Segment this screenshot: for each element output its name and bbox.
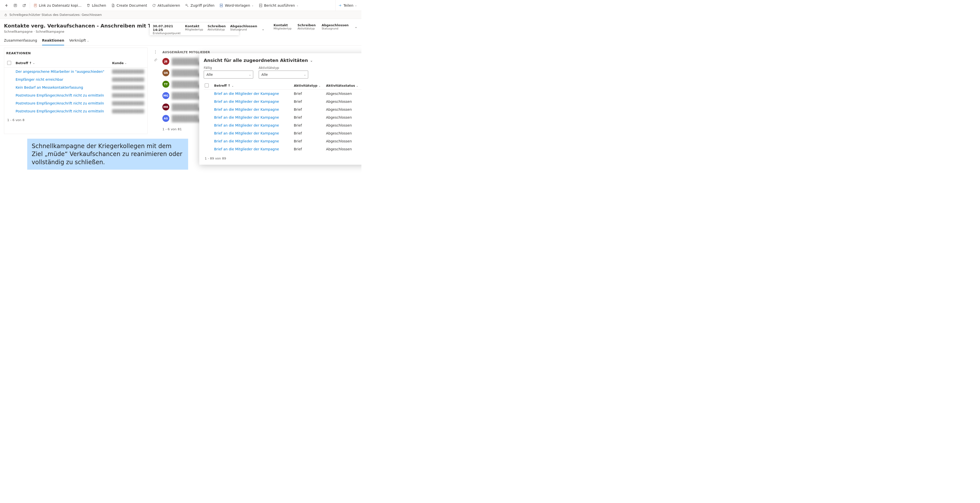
table-row[interactable]: Kein Bedarf an Messekontakterfassung ███…	[4, 83, 147, 91]
customer-cell: ████████████	[112, 78, 144, 81]
customer-cell: ████████████	[112, 93, 144, 97]
filter-due-select[interactable]: Alle ⌄	[204, 71, 253, 78]
floating-meta-strip: 30.07.2021 14:25Erstellungszeitpunkt Kon…	[150, 23, 239, 35]
table-row[interactable]: Postretoure Empfänger/Anschrift nicht zu…	[4, 107, 147, 115]
chevron-down-icon: ⌄	[249, 73, 251, 76]
meta-label: Mitgliedertyp	[185, 28, 203, 31]
filter-due: Fällig Alle ⌄	[204, 66, 253, 78]
chevron-down-icon: ⌄	[356, 84, 358, 87]
reaction-subject-link[interactable]: Postretoure Empfänger/Anschrift nicht zu…	[16, 101, 104, 105]
activities-title: Ansicht für alle zugeordneten Aktivitäte…	[204, 58, 308, 63]
table-row[interactable]: Postretoure Empfänger/Anschrift nicht zu…	[4, 99, 147, 107]
activities-pager: 1 - 89 von 89	[204, 153, 361, 161]
col-header-kunde[interactable]: Kunde ⌄	[112, 61, 127, 65]
run-report-label: Bericht ausführen	[264, 3, 295, 8]
customer-cell: ████████████	[112, 70, 144, 73]
create-document-button[interactable]: Create Document	[109, 0, 150, 11]
table-row[interactable]: Brief an die Mitglieder der Kampagne Bri…	[204, 97, 361, 105]
reaction-subject-link[interactable]: Empfänger nicht erreichbar	[16, 78, 64, 81]
activity-subject-link[interactable]: Brief an die Mitglieder der Kampagne	[214, 131, 279, 135]
tab-bar: Zusammenfassung Reaktionen Verknüpft⌄	[0, 33, 361, 46]
reaction-subject-link[interactable]: Kein Bedarf an Messekontakterfassung	[16, 86, 83, 89]
popout-button[interactable]	[20, 0, 29, 11]
delete-button[interactable]: Löschen	[84, 0, 108, 11]
trash-icon	[86, 3, 90, 8]
filter-type: Aktivitätstyp Alle ⌄	[259, 66, 308, 78]
activity-subject-link[interactable]: Brief an die Mitglieder der Kampagne	[214, 92, 279, 96]
table-row[interactable]: Brief an die Mitglieder der Kampagne Bri…	[204, 113, 361, 121]
tab-related[interactable]: Verknüpft⌄	[69, 37, 89, 45]
meta-label: Statusgrund	[321, 27, 348, 30]
table-row[interactable]: Brief an die Mitglieder der Kampagne Bri…	[204, 121, 361, 129]
table-row[interactable]: Brief an die Mitglieder der Kampagne Bri…	[204, 90, 361, 97]
avatar: TT	[162, 81, 169, 88]
table-row[interactable]: Empfänger nicht erreichbar ████████████	[4, 76, 147, 83]
activity-status-cell: Abgeschlossen	[326, 100, 361, 103]
activities-panel: Ansicht für alle zugeordneten Aktivitäte…	[199, 53, 361, 165]
word-templates-button[interactable]: Word-Vorlagen ⌄	[217, 0, 256, 11]
share-button[interactable]: Teilen ⌄	[336, 0, 360, 11]
more-icon[interactable]: ⋮	[153, 50, 158, 54]
chevron-down-icon: ⌄	[318, 84, 321, 87]
attachment-icon[interactable]	[154, 59, 157, 62]
tab-reactions[interactable]: Reaktionen	[42, 37, 64, 45]
activity-status-cell: Abgeschlossen	[326, 139, 361, 143]
select-all-checkbox[interactable]	[7, 61, 11, 65]
reaction-subject-link[interactable]: Postretoure Empfänger/Anschrift nicht zu…	[16, 109, 104, 113]
activity-subject-link[interactable]: Brief an die Mitglieder der Kampagne	[214, 139, 279, 143]
meta-value: Kontakt	[274, 23, 291, 27]
activity-subject-link[interactable]: Brief an die Mitglieder der Kampagne	[214, 115, 279, 119]
table-row[interactable]: Postretoure Empfänger/Anschrift nicht zu…	[4, 91, 147, 99]
chevron-down-icon: ⌄	[87, 39, 89, 42]
avatar: MG	[162, 92, 169, 99]
back-button[interactable]	[2, 0, 11, 11]
svg-rect-4	[220, 4, 223, 7]
table-row[interactable]: Brief an die Mitglieder der Kampagne Bri…	[204, 137, 361, 145]
popout-icon	[22, 3, 26, 8]
reactions-table-body: Der angesprochene Mitarbeiter in "ausges…	[4, 68, 147, 115]
word-icon	[219, 3, 223, 8]
command-bar: Link zu Datensatz kopi… Löschen Create D…	[0, 0, 361, 11]
table-row[interactable]: Brief an die Mitglieder der Kampagne Bri…	[204, 129, 361, 137]
run-report-button[interactable]: Bericht ausführen ⌄	[256, 0, 301, 11]
copy-link-button[interactable]: Link zu Datensatz kopi…	[31, 0, 84, 11]
table-row[interactable]: Der angesprochene Mitarbeiter in "ausges…	[4, 68, 147, 76]
col-header-betreff[interactable]: Betreff ↑⌄	[16, 61, 112, 65]
meta-value: Schreiben	[207, 24, 226, 28]
activity-subject-link[interactable]: Brief an die Mitglieder der Kampagne	[214, 100, 279, 103]
reaction-subject-link[interactable]: Der angesprochene Mitarbeiter in "ausges…	[16, 70, 104, 73]
reaction-subject-link[interactable]: Postretoure Empfänger/Anschrift nicht zu…	[16, 93, 104, 97]
link-icon	[33, 3, 37, 8]
record-status-bar: Schreibgeschützter Status des Datensatze…	[0, 11, 361, 19]
tab-summary[interactable]: Zusammenfassung	[4, 37, 37, 45]
table-row[interactable]: Brief an die Mitglieder der Kampagne Bri…	[204, 145, 361, 153]
chevron-down-icon[interactable]: ⌄	[262, 27, 265, 31]
table-row[interactable]: Brief an die Mitglieder der Kampagne Bri…	[204, 105, 361, 113]
delete-label: Löschen	[92, 3, 106, 8]
avatar: JB	[162, 58, 169, 65]
refresh-icon	[152, 3, 156, 8]
activity-subject-link[interactable]: Brief an die Mitglieder der Kampagne	[214, 147, 279, 151]
filter-type-select[interactable]: Alle ⌄	[259, 71, 308, 78]
col-header-status[interactable]: Aktivitätsstatus ⌄	[326, 84, 361, 88]
chevron-down-icon[interactable]: ⌄	[310, 59, 313, 62]
reading-pane-button[interactable]	[11, 0, 20, 11]
chevron-down-icon: ⌄	[296, 4, 298, 7]
customer-cell: ████████████	[112, 109, 144, 113]
select-all-checkbox[interactable]	[205, 83, 209, 88]
activity-type-cell: Brief	[294, 131, 326, 135]
activity-subject-link[interactable]: Brief an die Mitglieder der Kampagne	[214, 107, 279, 111]
svg-rect-6	[5, 14, 7, 16]
col-header-type[interactable]: Aktivitätstyp ⌄	[294, 84, 326, 88]
customer-cell: ████████████	[112, 86, 144, 89]
activity-subject-link[interactable]: Brief an die Mitglieder der Kampagne	[214, 123, 279, 127]
refresh-button[interactable]: Aktualisieren	[150, 0, 183, 11]
header-meta: KontaktMitgliedertyp SchreibenAktivitäts…	[274, 23, 358, 30]
col-header-betreff[interactable]: Betreff ↑ ⌄	[212, 84, 294, 88]
new-document-icon	[111, 3, 115, 8]
activity-type-cell: Brief	[294, 92, 326, 96]
check-access-button[interactable]: Zugriff prüfen	[183, 0, 217, 11]
meta-label: Mitgliedertyp	[274, 27, 291, 30]
check-access-label: Zugriff prüfen	[190, 3, 214, 8]
chevron-down-icon[interactable]: ⌄	[355, 25, 358, 29]
